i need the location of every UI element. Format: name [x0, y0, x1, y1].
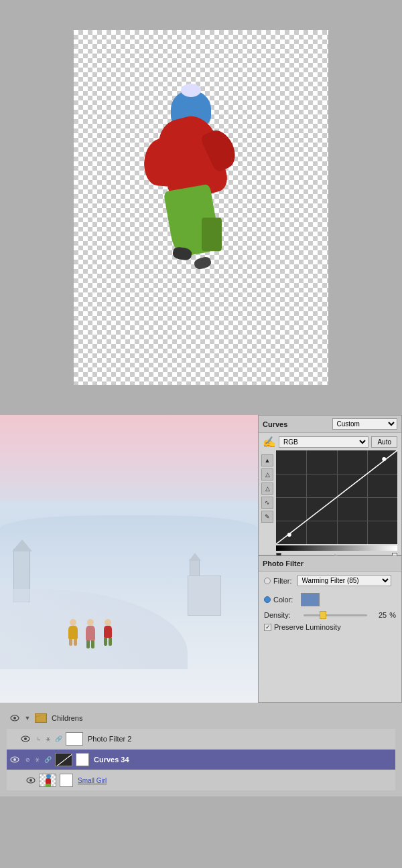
- filter-select[interactable]: Warming Filter (85): [297, 575, 391, 586]
- preserve-row: Preserve Luminosity: [259, 620, 401, 634]
- curves-channel-row: ✍ RGB Auto: [259, 433, 401, 451]
- filter-adjust-icon: ⚹: [46, 735, 51, 743]
- density-thumb[interactable]: [320, 611, 326, 619]
- eye-icon-photo-filter[interactable]: [20, 733, 31, 744]
- svg-point-4: [13, 717, 16, 719]
- scene-children: [67, 619, 114, 649]
- mini-child-3: [102, 619, 114, 649]
- color-radio-row: Color:: [259, 590, 401, 610]
- indent-photo-filter: ↳: [34, 734, 43, 744]
- curve-line: [276, 450, 397, 544]
- layer-row-childrens[interactable]: ▼ Childrens: [7, 708, 395, 728]
- curves-graph[interactable]: [276, 450, 397, 544]
- pencil-tool[interactable]: ✎: [261, 511, 273, 523]
- svg-line-9: [56, 754, 72, 766]
- sg-figure: [45, 774, 52, 786]
- layer-mask-small-girl: [60, 774, 73, 787]
- top-canvas-area: [0, 0, 402, 415]
- mini-leg-2b: [91, 640, 94, 648]
- density-track[interactable]: [304, 614, 367, 616]
- filter-radio[interactable]: [264, 578, 271, 584]
- preserve-label: Preserve Luminosity: [274, 623, 341, 631]
- density-row: Density: 25 %: [259, 610, 401, 620]
- mini-body-2: [86, 626, 95, 640]
- layer-name-small-girl: Small Girl: [76, 777, 393, 784]
- folder-icon-childrens: [35, 713, 47, 723]
- eye-icon-childrens[interactable]: [9, 713, 20, 723]
- sg-pants: [46, 784, 51, 787]
- castle: [178, 549, 231, 616]
- gradient-bar: [276, 545, 397, 551]
- svg-point-1: [287, 533, 291, 537]
- layer-name-photo-filter: Photo Filter 2: [86, 735, 393, 743]
- mini-leg-3a: [104, 638, 107, 646]
- pants: [163, 184, 221, 258]
- layer-name-curves: Curves 34: [92, 756, 393, 764]
- snow-scene: [0, 415, 258, 703]
- layer-mask-curves: [76, 753, 89, 766]
- gray-eyedropper-tool[interactable]: △: [261, 468, 273, 481]
- mini-leg-3b: [109, 638, 112, 646]
- density-unit: %: [389, 611, 396, 619]
- white-eyedropper-tool[interactable]: △: [261, 483, 273, 495]
- black-eyedropper-tool[interactable]: ▲: [261, 454, 273, 466]
- middle-area: Curves Custom ✍ RGB Auto ▲ △ △ ∿ ✎: [0, 415, 402, 703]
- curves-panel: Curves Custom ✍ RGB Auto ▲ △ △ ∿ ✎: [258, 415, 402, 555]
- curves-preset-select[interactable]: Custom: [332, 418, 398, 430]
- preserve-checkbox[interactable]: [264, 624, 271, 631]
- curves-preset-container[interactable]: Custom: [332, 418, 398, 430]
- eye-icon-small-girl[interactable]: [25, 775, 36, 786]
- child-figure: [141, 90, 248, 291]
- svg-point-8: [13, 758, 16, 761]
- svg-line-0: [276, 450, 397, 544]
- curves-title: Curves: [263, 420, 328, 428]
- mini-legs-1: [67, 639, 79, 646]
- eye-icon-curves[interactable]: [9, 754, 20, 765]
- color-swatch[interactable]: [301, 593, 320, 606]
- density-value: 25: [370, 611, 387, 619]
- mini-legs-3: [102, 638, 114, 646]
- layer-thumb-photo-filter: [66, 732, 83, 746]
- filter-radio-row: Filter: Warming Filter (85): [259, 572, 401, 590]
- mini-head-2: [87, 619, 94, 626]
- small-girl-thumb: [39, 774, 56, 787]
- curves-header: Curves Custom: [259, 416, 401, 433]
- indent-curves: ⊘: [23, 755, 32, 764]
- mini-legs-2: [84, 640, 96, 648]
- curves-graph-area: ▶: [276, 450, 397, 551]
- child-body: [141, 90, 248, 291]
- mini-child-2: [84, 619, 96, 649]
- curves-tools: ▲ △ △ ∿ ✎: [261, 454, 273, 523]
- layer-row-small-girl[interactable]: Small Girl: [7, 770, 395, 790]
- target-adjust-icon[interactable]: ✍: [263, 436, 276, 448]
- link-icon-curves[interactable]: 🔗: [43, 755, 52, 764]
- mini-leg-1b: [74, 639, 77, 646]
- filter-select-container[interactable]: Warming Filter (85): [297, 575, 391, 586]
- auto-button[interactable]: Auto: [371, 436, 397, 448]
- layers-panel: ▼ Childrens ↳ ⚹ 🔗 Photo Filter 2 ⊘ ⚹ 🔗 C…: [0, 703, 402, 796]
- channel-select[interactable]: RGB: [279, 436, 368, 448]
- expand-childrens[interactable]: ▼: [23, 713, 32, 723]
- shoes-right: [193, 256, 212, 270]
- channel-select-container[interactable]: RGB: [279, 436, 368, 448]
- mini-body-1: [68, 626, 78, 639]
- mini-head-1: [70, 619, 76, 626]
- svg-point-6: [24, 737, 27, 740]
- color-radio[interactable]: [264, 596, 271, 603]
- layer-row-photo-filter[interactable]: ↳ ⚹ 🔗 Photo Filter 2: [7, 729, 395, 749]
- color-label: Color:: [273, 596, 293, 604]
- mini-body-3: [104, 626, 112, 638]
- castle-main: [188, 576, 221, 616]
- svg-point-2: [382, 457, 386, 461]
- photo-filter-panel: Photo Filter Filter: Warming Filter (85)…: [258, 555, 402, 703]
- link-icon-photo-filter[interactable]: 🔗: [54, 734, 63, 744]
- layer-row-curves[interactable]: ⊘ ⚹ 🔗 Curves 34: [7, 750, 395, 770]
- layer-thumb-curves: [55, 753, 72, 766]
- curves-adjust-icon: ⚹: [35, 756, 40, 764]
- sky: [0, 415, 258, 502]
- smooth-curve-tool[interactable]: ∿: [261, 497, 273, 509]
- sg-body: [46, 778, 51, 784]
- filter-label: Filter:: [273, 577, 292, 585]
- mini-child-1: [67, 619, 79, 649]
- svg-point-11: [29, 779, 32, 782]
